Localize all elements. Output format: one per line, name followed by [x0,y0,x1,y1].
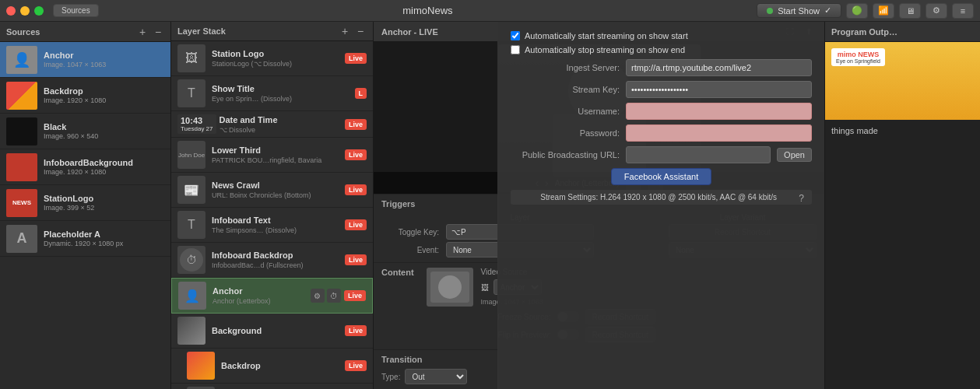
layer-thumb-backdrop-sub [187,352,215,380]
source-thumb-backdrop [6,82,37,110]
add-source-button[interactable]: + [136,26,149,38]
layer-name-infoboard-backdrop: Infoboard Backdrop [212,251,342,260]
signal-icon[interactable]: 📶 [873,3,894,19]
content-details-title: Content [381,268,414,277]
layer-meta-infoboard-backdrop: InfoboardBac…d (Fullscreen) [212,261,342,269]
remove-source-button[interactable]: − [152,26,164,38]
password-row: Password: [511,124,812,142]
layer-name-station-logo: Station Logo [212,49,342,58]
layer-time-display: 10:43 Tuesday 27 [177,114,216,134]
gear-icon[interactable]: ⚙ [926,3,947,19]
layer-item-date-time[interactable]: 10:43 Tuesday 27 Date and Time ⌥ Dissolv… [171,111,373,138]
monitor-icon[interactable]: 🖥 [899,3,921,19]
source-item-stationlogo[interactable]: NEWS StationLogo Image. 399 × 52 [0,185,170,221]
source-item-black[interactable]: Black Image. 960 × 540 [0,114,170,149]
layer-item-news-crawl[interactable]: 📰 News Crawl URL: Boinx Chronicles (Bott… [171,173,373,208]
open-button[interactable]: Open [777,148,812,162]
sources-panel: Sources + − 👤 Anchor Image. 1047 × 1063 … [0,22,171,389]
layer-item-infoboard-text[interactable]: T Infoboard Text The Simpsons… (Dissolve… [171,208,373,243]
facebook-assistant-button[interactable]: Facebook Assistant [611,168,711,185]
program-logo: mimo NEWS Eye on Springfield [831,48,885,66]
auto-start-label: Automatically start streaming on show st… [525,31,688,40]
layer-item-infoboard-backdrop[interactable]: ⏱ Infoboard Backdrop InfoboardBac…d (Ful… [171,243,373,278]
help-icon[interactable]: ? [799,193,804,204]
layer-panel: Layer Stack + − 🖼 Station Logo StationLo… [171,22,374,389]
add-layer-button[interactable]: + [339,25,351,37]
layer-item-anchor[interactable]: 👤 Anchor Anchor (Letterbox) ⚙ ⏱ Live [171,278,373,314]
layer-thumb-station-logo: 🖼 [177,44,205,72]
ingest-server-row: Ingest Server: [511,59,812,76]
layer-thumb-lower-third: John Doe [177,141,205,169]
sources-button[interactable]: Sources [53,4,99,17]
auto-start-row: Automatically start streaming on show st… [511,31,812,40]
stream-key-label: Stream Key: [511,85,620,94]
auto-stop-checkbox[interactable] [511,45,520,54]
layer-name-background: Background [212,326,342,335]
settings-icon[interactable]: ≡ [952,3,974,19]
layer-thumb-infoboard-text: T [177,211,205,239]
source-item-placeholder[interactable]: A Placeholder A Dynamic. 1920 × 1080 px [0,221,170,257]
public-url-label: Public Broadcasting URL: [511,150,620,159]
sources-title: Sources [6,27,40,37]
close-button[interactable] [6,6,16,16]
source-name-anchor: Anchor [44,51,164,60]
maximize-button[interactable] [34,6,44,16]
content-video-thumb [427,268,473,307]
traffic-lights [6,6,44,16]
layer-thumb-news-crawl: 📰 [177,176,205,204]
titlebar-controls: Start Show ✓ 🟢 📶 🖥 ⚙ ≡ [757,3,974,19]
minimize-button[interactable] [20,6,30,16]
auto-start-checkbox[interactable] [511,31,520,40]
sources-header: Sources + − [0,22,170,42]
layer-meta-date-time: ⌥ Dissolve [220,126,342,134]
layer-thumb-anchor: 👤 [178,282,206,310]
source-item-infoboard[interactable]: InfoboardBackground Image. 1920 × 1080 [0,149,170,185]
live-badge-date-time: Live [345,119,367,130]
layer-meta-station-logo: StationLogo (⌥ Dissolve) [212,60,342,68]
source-item-backdrop[interactable]: Backdrop Image. 1920 × 1080 [0,78,170,114]
password-label: Password: [511,128,620,138]
live-badge-background: Live [345,325,367,336]
public-url-input[interactable] [626,146,771,163]
live-badge-news-crawl: Live [345,184,367,195]
anchor-timer-icon[interactable]: ⏱ [327,289,341,303]
auto-stop-label: Automatically stop streaming on show end [525,45,685,54]
program-things: things made [825,120,980,142]
status-dot [767,8,773,14]
layer-item-backdrop-sub[interactable]: Backdrop Live [171,349,373,384]
layer-meta-lower-third: PATTRICK BOU…ringfield, Bavaria [212,156,342,164]
layer-item-background[interactable]: Background Live [171,314,373,349]
live-badge-lower-third: Live [345,149,367,160]
anchor-settings-icon[interactable]: ⚙ [311,289,325,303]
event-label: Event: [381,246,444,254]
username-input[interactable] [626,103,812,120]
source-item-anchor[interactable]: 👤 Anchor Image. 1047 × 1063 [0,42,170,78]
source-meta-infoboard: Image. 1920 × 1080 [44,168,164,176]
layer-thumb-show-title: T [177,79,205,107]
overlay-panel: Automatically start streaming on show st… [497,22,824,389]
layer-item-show-title[interactable]: T Show Title Eye on Sprin… (Dissolve) L [171,76,373,111]
password-input[interactable] [626,124,812,142]
source-meta-backdrop: Image. 1920 × 1080 [44,96,164,104]
layer-item-station-logo[interactable]: 🖼 Station Logo StationLogo (⌥ Dissolve) … [171,41,373,76]
stream-key-input[interactable] [626,81,812,98]
green-indicator[interactable]: 🟢 [846,3,868,19]
source-thumb-infoboard [6,153,37,181]
username-row: Username: [511,103,812,120]
start-show-button[interactable]: Start Show ✓ [757,3,841,18]
layer-name-date-time: Date and Time [220,115,342,124]
program-header: Program Outp… [825,22,980,42]
transition-type-select[interactable]: Out [405,369,467,384]
live-badge-infoboard-backdrop: Live [345,254,367,265]
main-content: Sources + − 👤 Anchor Image. 1047 × 1063 … [0,22,980,389]
source-name-backdrop: Backdrop [44,86,164,96]
titlebar: Sources mimoNews Start Show ✓ 🟢 📶 🖥 ⚙ ≡ [0,0,980,22]
ingest-server-input[interactable] [626,59,812,76]
layer-thumb-background [177,317,205,345]
source-thumb-stationlogo: NEWS [6,189,37,217]
remove-layer-button[interactable]: − [354,25,367,37]
app-title: mimoNews [99,5,757,16]
layer-item-grey18[interactable]: Grey18 Live [171,384,373,389]
layer-item-lower-third[interactable]: John Doe Lower Third PATTRICK BOU…ringfi… [171,138,373,173]
layer-title: Layer Stack [177,26,226,36]
